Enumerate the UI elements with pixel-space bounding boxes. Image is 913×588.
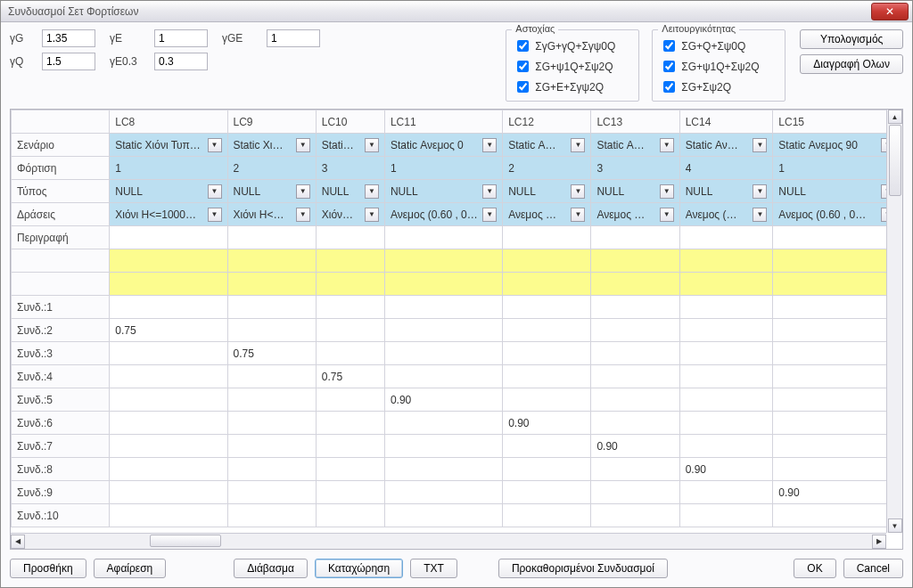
combo-cell[interactable] [384,365,502,388]
cancel-button[interactable]: Cancel [843,559,903,578]
column-header[interactable]: LC15 [773,110,901,134]
combo-cell[interactable] [503,458,591,481]
dropdown-icon[interactable]: ▼ [365,208,379,222]
combo-cell[interactable]: 0.90 [679,458,773,481]
combo-cell[interactable] [503,504,591,527]
load-cell[interactable]: 4 [679,157,773,180]
ok-button[interactable]: OK [794,559,835,578]
combo-cell[interactable] [503,342,591,365]
dropdown-icon[interactable]: ▼ [365,138,379,152]
combo-cell[interactable] [316,319,384,342]
blank-cell[interactable] [227,273,316,296]
chk-l1[interactable]: ΣG+Q+Σψ0Q [660,37,777,54]
combo-cell[interactable] [384,412,502,435]
txt-button[interactable]: TXT [410,559,457,578]
blank-cell[interactable] [316,273,384,296]
dropdown-icon[interactable]: ▼ [753,208,767,222]
combo-cell[interactable] [227,296,316,319]
blank-cell[interactable] [110,249,227,273]
combo-cell[interactable] [316,342,384,365]
combo-cell[interactable] [503,435,591,458]
combo-cell[interactable] [503,481,591,504]
chk-l1-box[interactable] [663,40,675,52]
hscroll-track[interactable] [25,535,872,549]
gE03-input[interactable] [154,53,208,70]
read-button[interactable]: Διάβασμα [234,559,308,578]
dropdown-icon[interactable]: ▼ [208,138,222,152]
dropdown-icon[interactable]: ▼ [296,138,310,152]
type-cell[interactable]: NULL▼ [591,180,679,203]
combo-cell[interactable]: 0.90 [591,435,679,458]
combo-cell[interactable] [316,435,384,458]
combo-cell[interactable] [679,296,773,319]
combo-cell[interactable] [591,458,679,481]
combo-cell[interactable]: 0.90 [384,388,502,412]
gGE-input[interactable] [267,29,320,47]
combo-cell[interactable] [679,481,773,504]
blank-cell[interactable] [773,249,901,273]
combo-cell[interactable] [110,365,227,388]
horizontal-scrollbar[interactable]: ◀ ▶ [11,533,886,549]
combo-cell[interactable] [110,435,227,458]
scenario-cell[interactable]: Static Α…▼ [503,134,591,157]
combo-cell[interactable] [110,481,227,504]
type-cell[interactable]: NULL▼ [110,180,227,203]
combo-cell[interactable] [110,342,227,365]
combo-cell[interactable] [591,296,679,319]
blank-cell[interactable] [110,273,227,296]
dropdown-icon[interactable]: ▼ [660,184,674,199]
desc-cell[interactable] [316,226,384,249]
dropdown-icon[interactable]: ▼ [482,138,497,152]
dropdown-icon[interactable]: ▼ [482,184,497,199]
column-header[interactable] [12,110,110,134]
column-header[interactable]: LC14 [679,110,773,134]
load-cell[interactable]: 2 [227,157,316,180]
combo-cell[interactable] [316,458,384,481]
close-button[interactable]: ✕ [871,3,909,20]
blank-cell[interactable] [679,273,773,296]
combo-cell[interactable] [227,412,316,435]
blank-cell[interactable] [773,273,901,296]
column-header[interactable]: LC10 [316,110,384,134]
vertical-scrollbar[interactable]: ▲ ▼ [886,110,902,533]
load-cell[interactable]: 1 [384,157,502,180]
desc-cell[interactable] [227,226,316,249]
combo-cell[interactable] [316,412,384,435]
actions-cell[interactable]: Ανεμος (…▼ [679,203,773,226]
type-cell[interactable]: NULL▼ [316,180,384,203]
combo-cell[interactable]: 0.75 [316,365,384,388]
dropdown-icon[interactable]: ▼ [571,184,585,199]
scroll-up-icon[interactable]: ▲ [888,110,902,124]
combo-cell[interactable] [679,388,773,412]
combo-cell[interactable] [679,412,773,435]
dropdown-icon[interactable]: ▼ [660,208,674,222]
combo-cell[interactable] [773,296,901,319]
type-cell[interactable]: NULL▼ [503,180,591,203]
combo-cell[interactable] [773,388,901,412]
combo-cell[interactable] [316,481,384,504]
column-header[interactable]: LC11 [384,110,502,134]
chk-a1[interactable]: ΣγG+γQ+Σγψ0Q [514,37,631,54]
combo-cell[interactable]: 0.90 [503,412,591,435]
combo-cell[interactable] [503,319,591,342]
load-cell[interactable]: 3 [591,157,679,180]
scenario-cell[interactable]: Static Α…▼ [591,134,679,157]
scenario-cell[interactable]: Static Χιόνι Τυπ…▼ [110,134,227,157]
scroll-left-icon[interactable]: ◀ [11,535,25,549]
combo-cell[interactable] [591,365,679,388]
combo-cell[interactable] [591,504,679,527]
combo-cell[interactable]: 0.75 [110,319,227,342]
blank-cell[interactable] [503,249,591,273]
chk-l2-box[interactable] [663,61,675,72]
dropdown-icon[interactable]: ▼ [296,184,310,199]
combo-cell[interactable] [591,342,679,365]
combo-cell[interactable] [773,365,901,388]
column-header[interactable]: LC12 [503,110,591,134]
combo-cell[interactable] [110,458,227,481]
desc-cell[interactable] [503,226,591,249]
delete-all-button[interactable]: Διαγραφή Ολων [800,54,903,74]
blank-cell[interactable] [316,249,384,273]
combo-cell[interactable] [110,504,227,527]
remove-button[interactable]: Αφαίρεση [94,559,167,578]
load-cell[interactable]: 3 [316,157,384,180]
